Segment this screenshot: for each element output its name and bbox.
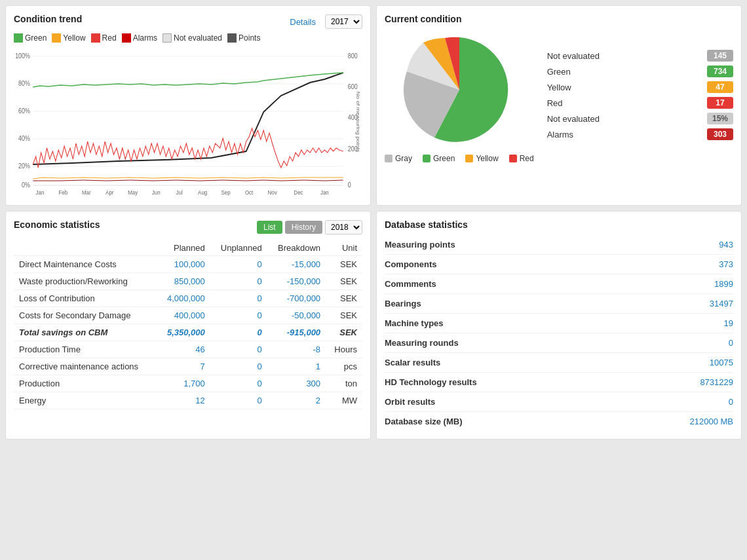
row-breakdown: -700,000	[267, 290, 326, 307]
stat-label: Not evaluated	[547, 114, 600, 124]
db-stat-row: Measuring points943	[385, 235, 733, 255]
row-unit: SEK	[326, 307, 362, 324]
table-row: Loss of Contribution4,000,0000-700,000SE…	[14, 290, 362, 307]
legend-points-label: Points	[239, 33, 260, 43]
stat-yellow: Yellow 47	[547, 81, 733, 93]
db-stat-row: Orbit results0	[385, 392, 733, 412]
legend-red-pie: Red	[509, 154, 534, 163]
row-unit: SEK	[326, 324, 362, 341]
database-statistics-panel: Database statistics Measuring points943C…	[376, 211, 742, 439]
table-row: Corrective maintenance actions701pcs	[14, 358, 362, 375]
svg-text:40%: 40%	[18, 134, 30, 142]
stat-label: Yellow	[547, 83, 571, 92]
eco-table: Planned Unplanned Breakdown Unit Direct …	[14, 240, 362, 409]
db-stat-label: Scalar results	[385, 358, 440, 367]
svg-text:0: 0	[348, 181, 351, 189]
row-unit: SEK	[326, 256, 362, 273]
row-unplanned: 0	[210, 358, 267, 375]
db-stat-row: Bearings31497	[385, 294, 733, 314]
details-link[interactable]: Details	[290, 17, 316, 27]
current-condition-panel: Current condition	[376, 5, 742, 206]
legend-green: Green	[14, 33, 47, 43]
db-stat-label: Machine types	[385, 318, 444, 328]
col-breakdown: Breakdown	[267, 240, 326, 256]
db-stats-container: Measuring points943Components373Commment…	[385, 235, 733, 431]
condition-trend-header: Condition trend Details 2017 2016 2018	[14, 14, 362, 29]
pie-svg	[400, 31, 518, 149]
row-unplanned: 0	[210, 375, 267, 392]
stat-label: Not evaluated	[547, 51, 600, 61]
db-stat-label: Database size (MB)	[385, 417, 462, 426]
stat-badge-not-evaluated: 145	[707, 50, 733, 62]
list-button[interactable]: List	[257, 221, 282, 234]
legend-alarms-label: Alarms	[133, 33, 157, 43]
db-stat-row: Machine types19	[385, 314, 733, 333]
db-stat-label: HD Technology results	[385, 377, 477, 387]
db-stat-value: 0	[729, 338, 733, 348]
svg-text:100%: 100%	[15, 52, 30, 60]
db-stat-row: Measuring rounds0	[385, 333, 733, 353]
stat-not-evaluated-pct: Not evaluated 15%	[547, 113, 733, 124]
row-label: Production	[14, 375, 157, 392]
row-unit: SEK	[326, 273, 362, 290]
db-stat-label: Measuring points	[385, 240, 455, 250]
row-planned: 400,000	[157, 307, 210, 324]
row-breakdown: 300	[267, 375, 326, 392]
svg-text:May: May	[128, 189, 138, 196]
year-select-trend[interactable]: 2017 2016 2018	[325, 14, 362, 29]
row-unplanned: 0	[210, 341, 267, 358]
stat-label: Green	[547, 67, 571, 77]
trend-legend: Green Yellow Red Alarms Not evaluated Po…	[14, 33, 362, 43]
row-label: Loss of Contribution	[14, 290, 157, 307]
table-row: Energy1202MW	[14, 392, 362, 409]
stat-not-evaluated: Not evaluated 145	[547, 50, 733, 62]
green-label: Green	[433, 154, 455, 163]
gray-label: Gray	[395, 154, 412, 163]
row-unit: SEK	[326, 290, 362, 307]
table-row: Total savings on CBM5,350,0000-915,000SE…	[14, 324, 362, 341]
table-row: Production1,7000300ton	[14, 375, 362, 392]
condition-stats: Not evaluated 145 Green 734 Yellow 47 Re…	[547, 50, 733, 144]
year-select-eco[interactable]: 2018 2017 2016	[325, 220, 362, 234]
row-unplanned: 0	[210, 256, 267, 273]
legend-points-box	[227, 33, 237, 43]
svg-text:Aug: Aug	[198, 189, 207, 196]
row-label: Direct Maintenance Costs	[14, 256, 157, 273]
db-stat-label: Measuring rounds	[385, 338, 459, 348]
row-breakdown: -915,000	[267, 324, 326, 341]
svg-text:Sep: Sep	[221, 189, 231, 196]
row-planned: 12	[157, 392, 210, 409]
stat-badge-yellow: 47	[707, 81, 733, 93]
eco-header: Economic statistics List History 2018 20…	[14, 219, 362, 235]
condition-trend-panel: Condition trend Details 2017 2016 2018 G…	[5, 5, 371, 206]
svg-text:No of measuring points: No of measuring points	[355, 92, 361, 153]
db-stat-row: Commments1899	[385, 274, 733, 294]
trend-chart: 100% 80% 60% 40% 20% 0% 800 600 400 200 …	[14, 47, 362, 197]
row-label: Waste production/Reworking	[14, 273, 157, 290]
svg-text:800: 800	[348, 52, 358, 60]
stat-label: Red	[547, 98, 563, 108]
svg-text:Nov: Nov	[267, 189, 277, 196]
history-button[interactable]: History	[285, 221, 322, 234]
row-unplanned: 0	[210, 290, 267, 307]
legend-red-box	[91, 33, 100, 43]
condition-trend-title: Condition trend	[14, 14, 82, 24]
svg-text:Jun: Jun	[152, 189, 161, 196]
db-stat-label: Components	[385, 259, 436, 269]
db-stat-value: 373	[719, 259, 733, 269]
current-condition-body: Gray Green Yellow Red	[385, 31, 733, 163]
db-stat-value: 1899	[714, 279, 733, 289]
svg-text:Mar: Mar	[82, 189, 91, 196]
row-unplanned: 0	[210, 392, 267, 409]
eco-table-body: Direct Maintenance Costs100,0000-15,000S…	[14, 256, 362, 409]
current-condition-title: Current condition	[385, 14, 733, 24]
db-stat-label: Commments	[385, 279, 436, 289]
legend-yellow-label: Yellow	[63, 33, 85, 43]
row-breakdown: -8	[267, 341, 326, 358]
svg-text:Feb: Feb	[58, 189, 67, 196]
svg-text:600: 600	[348, 83, 358, 90]
row-planned: 46	[157, 341, 210, 358]
svg-text:60%: 60%	[18, 107, 30, 115]
legend-not-evaluated-label: Not evaluated	[174, 33, 222, 43]
stat-badge-green: 734	[707, 65, 733, 77]
